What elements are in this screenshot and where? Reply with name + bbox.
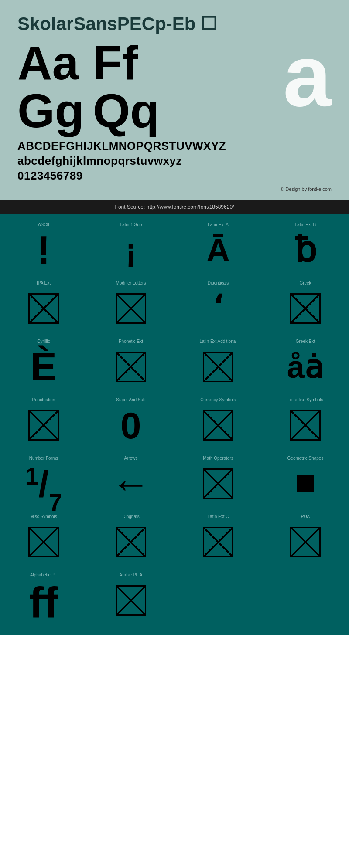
label-pua: PUA	[301, 514, 310, 519]
char-letterlike	[290, 406, 321, 445]
glyph-cell-pua: PUA	[262, 510, 349, 568]
header-section: SkolarSansPECp-Eb ☐ Aa Ff Gg Qq a ABCDEF…	[0, 0, 349, 200]
char-latinextc	[203, 522, 233, 562]
glyph-cell-currency: Currency Symbols	[174, 393, 262, 451]
label-punctuation: Punctuation	[32, 397, 55, 402]
specimen-letter-gg: Gg	[17, 87, 84, 135]
label-dingbats: Dingbats	[122, 514, 139, 519]
char-numberforms: 1/7	[25, 464, 62, 503]
glyph-cell-modifierletters: Modifier Letters	[87, 276, 174, 335]
char-pua	[290, 522, 321, 562]
char-arabicpfa	[116, 581, 146, 620]
label-latinextc: Latin Ext C	[208, 514, 229, 519]
specimen-large: Aa Ff Gg Qq a	[17, 39, 332, 135]
glyph-cell-miscsymbols: Misc Symbols	[0, 510, 87, 568]
label-latinextb: Latin Ext B	[295, 222, 316, 227]
specimen-letter-ff: Ff	[93, 39, 160, 87]
char-modifierletters	[116, 289, 146, 328]
char-currency	[203, 406, 233, 445]
char-latinexta: Ā	[206, 231, 230, 270]
missing-glyph-latinextadd	[203, 352, 233, 382]
label-letterlike: Letterlike Symbols	[287, 397, 323, 402]
glyph-cell-latinextb: Latin Ext B ƀ	[262, 218, 349, 276]
char-latinextadd	[203, 347, 233, 387]
glyph-section: ASCII ! Latin 1 Sup ¡ Latin Ext A Ā Lati…	[0, 214, 349, 635]
glyph-cell-ipaext: IPA Ext	[0, 276, 87, 335]
glyph-cell-alphabeticpf: Alphabetic PF ff	[0, 568, 87, 631]
char-alphabeticpf: ff	[29, 581, 58, 624]
missing-glyph-punctuation	[28, 410, 59, 441]
label-ipaext: IPA Ext	[37, 281, 51, 285]
char-geoshapes	[297, 464, 314, 503]
label-latinexta: Latin Ext A	[208, 222, 229, 227]
label-greekext: Greek Ext	[296, 339, 315, 344]
glyph-cell-empty1	[174, 568, 262, 631]
label-numberforms: Number Forms	[29, 456, 58, 461]
label-ascii: ASCII	[38, 222, 49, 227]
alphabet-lower: abcdefghijklmnopqrstuvwxyz	[17, 154, 332, 169]
label-arabicpfa: Arabic PF A	[120, 573, 143, 577]
glyph-cell-numberforms: Number Forms 1/7	[0, 451, 87, 510]
missing-glyph-phonetic	[116, 352, 146, 382]
missing-glyph-latinextc	[203, 527, 233, 557]
label-mathoperators: Math Operators	[203, 456, 233, 461]
copyright: © Design by fontke.com	[17, 186, 332, 192]
glyph-cell-latin1sup: Latin 1 Sup ¡	[87, 218, 174, 276]
label-geoshapes: Geometric Shapes	[287, 456, 324, 461]
char-ascii: !	[37, 231, 50, 270]
specimen-letter-aa: Aa	[17, 39, 84, 87]
char-punctuation	[28, 406, 59, 445]
glyph-cell-greek: Greek	[262, 276, 349, 335]
digits: 0123456789	[17, 169, 332, 183]
missing-glyph-misc	[28, 527, 59, 557]
char-greek	[290, 289, 321, 328]
glyph-cell-superandsub: Super And Sub 0	[87, 393, 174, 451]
label-latin1sup: Latin 1 Sup	[120, 222, 142, 227]
char-arrows: ←	[111, 464, 151, 503]
char-ipaext	[28, 289, 59, 328]
glyph-cell-ascii: ASCII !	[0, 218, 87, 276]
char-greekext: åȧ	[287, 347, 324, 387]
missing-glyph-dingbats	[116, 527, 146, 557]
char-latin1sup: ¡	[126, 231, 137, 270]
label-latinextadd: Latin Ext Additional	[199, 339, 236, 344]
label-phoneticext: Phonetic Ext	[119, 339, 143, 344]
missing-glyph-greek	[290, 293, 321, 324]
glyph-cell-cyrillic: Cyrillic È	[0, 335, 87, 393]
char-superandsub: 0	[120, 406, 141, 445]
char-cyrillic: È	[31, 347, 57, 387]
glyph-cell-dingbats: Dingbats	[87, 510, 174, 568]
glyph-cell-latinextc: Latin Ext C	[174, 510, 262, 568]
glyph-cell-geoshapes: Geometric Shapes	[262, 451, 349, 510]
missing-glyph-ipaext	[28, 293, 59, 324]
label-arrows: Arrows	[124, 456, 137, 461]
glyph-cell-latinextadd: Latin Ext Additional	[174, 335, 262, 393]
glyph-cell-greekext: Greek Ext åȧ	[262, 335, 349, 393]
glyph-cell-arabicpfa: Arabic PF A	[87, 568, 174, 631]
glyph-cell-punctuation: Punctuation	[0, 393, 87, 451]
label-modifierletters: Modifier Letters	[116, 281, 146, 285]
char-latinextb: ƀ	[294, 231, 317, 270]
glyph-grid: ASCII ! Latin 1 Sup ¡ Latin Ext A Ā Lati…	[0, 218, 349, 631]
glyph-cell-mathoperators: Math Operators	[174, 451, 262, 510]
source-bar: Font Source: http://www.fontke.com/font/…	[0, 200, 349, 214]
label-diacriticals: Diacriticals	[208, 281, 229, 285]
glyph-cell-latinexta: Latin Ext A Ā	[174, 218, 262, 276]
label-alphabeticpf: Alphabetic PF	[30, 573, 57, 577]
square-icon	[297, 475, 314, 492]
char-mathoperators	[203, 464, 233, 503]
char-dingbats	[116, 522, 146, 562]
alphabet-upper: ABCDEFGHIJKLMNOPQRSTUVWXYZ	[17, 139, 332, 154]
glyph-cell-diacriticals: Diacriticals ʻ	[174, 276, 262, 335]
missing-glyph-arabicpfa	[116, 585, 146, 616]
label-greek: Greek	[299, 281, 311, 285]
missing-glyph-math	[203, 468, 233, 499]
glyph-cell-letterlike: Letterlike Symbols	[262, 393, 349, 451]
char-phoneticext	[116, 347, 146, 387]
alphabet-section: ABCDEFGHIJKLMNOPQRSTUVWXYZ abcdefghijklm…	[17, 139, 332, 183]
char-diacriticals: ʻ	[213, 289, 224, 328]
glyph-cell-empty2	[262, 568, 349, 631]
missing-glyph-letterlike	[290, 410, 321, 441]
label-superandsub: Super And Sub	[116, 397, 145, 402]
specimen-grid: Aa Ff Gg Qq	[17, 39, 160, 135]
